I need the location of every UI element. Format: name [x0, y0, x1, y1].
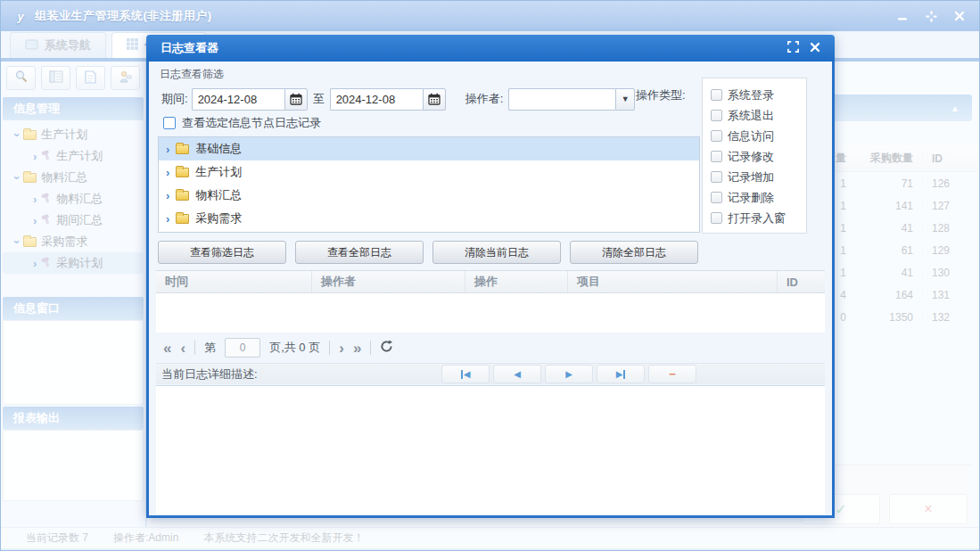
dialog-title: 日志查看器	[161, 40, 218, 56]
page-number-input[interactable]	[225, 338, 260, 358]
action-button-row: 查看筛选日志 查看全部日志 清除当前日志 清除全部日志	[158, 241, 825, 264]
app-title: 组装业生产管理系统(非注册用户)	[35, 8, 212, 24]
optype-option[interactable]: 打开录入窗	[711, 208, 806, 228]
dropdown-arrow-icon[interactable]: ▼	[615, 88, 635, 111]
operator-label: 操作者:	[465, 91, 504, 107]
column-header-operation[interactable]: 操作	[465, 271, 568, 292]
divider	[329, 341, 330, 355]
view-all-logs-button[interactable]: 查看全部日志	[295, 241, 424, 264]
clear-all-logs-button[interactable]: 清除全部日志	[570, 241, 698, 264]
delete-record-button[interactable]: −	[648, 365, 696, 383]
detail-label: 当前日志详细描述:	[161, 366, 258, 382]
chevron-right-icon: ›	[166, 167, 169, 178]
checkbox-icon[interactable]	[711, 192, 722, 203]
first-page-icon[interactable]: «	[163, 341, 171, 356]
page-total-label: 页,共 0 页	[269, 340, 320, 356]
checkbox-icon[interactable]	[711, 110, 722, 121]
optype-option[interactable]: 信息访问	[711, 126, 806, 146]
optype-option-label: 记录修改	[728, 149, 774, 165]
refresh-icon[interactable]	[380, 340, 393, 356]
optype-option-label: 信息访问	[728, 128, 774, 144]
window-controls	[895, 9, 967, 23]
optype-label: 操作类型:	[636, 87, 686, 103]
column-header-time[interactable]: 时间	[156, 271, 312, 292]
checkbox-icon[interactable]	[711, 171, 722, 183]
app-window: y 组装业生产管理系统(非注册用户) 系统导航 信息管理 信息管理	[0, 0, 980, 551]
period-label: 期间:	[161, 91, 188, 107]
column-header-operator[interactable]: 操作者	[312, 271, 465, 292]
operator-input[interactable]	[508, 88, 615, 111]
log-table: 时间 操作者 操作 项目 ID	[156, 270, 825, 333]
dialog-tree-item[interactable]: ›物料汇总	[159, 184, 699, 207]
page-prefix-label: 第	[204, 340, 216, 356]
first-record-button[interactable]: ◀	[441, 365, 490, 383]
optype-option-label: 记录删除	[728, 190, 774, 206]
folder-icon	[176, 214, 189, 224]
to-label: 至	[313, 91, 325, 107]
dialog-tree: ›基础信息 ›生产计划 ›物料汇总 ›采购需求	[158, 136, 700, 233]
close-icon[interactable]	[952, 9, 967, 23]
node-filter-checkbox[interactable]	[163, 117, 176, 129]
checkbox-icon[interactable]	[711, 212, 722, 224]
operator-combo: ▼	[508, 88, 635, 111]
tree-label: 物料汇总	[195, 187, 242, 203]
next-page-icon[interactable]: ›	[339, 341, 344, 356]
log-viewer-dialog: 日志查看器 日志查看筛选 期间: 至 操作者:	[146, 35, 835, 518]
last-page-icon[interactable]: »	[353, 341, 361, 356]
dialog-close-icon[interactable]	[810, 42, 820, 55]
optype-panel: 系统登录 系统退出 信息访问 记录修改 记录增加 记录删除 打开录入窗	[702, 78, 807, 234]
folder-icon	[176, 144, 189, 154]
folder-icon	[176, 168, 189, 177]
dialog-tree-item-selected[interactable]: ›基础信息	[159, 137, 699, 160]
optype-option[interactable]: 系统退出	[711, 105, 806, 126]
optype-option[interactable]: 记录修改	[711, 146, 806, 167]
minimize-icon[interactable]	[895, 9, 910, 23]
first-record-icon	[461, 370, 463, 379]
chevron-right-icon: ›	[166, 213, 169, 225]
optype-option[interactable]: 系统登录	[711, 85, 806, 105]
last-record-icon	[623, 370, 625, 379]
divider	[194, 341, 195, 355]
optype-option[interactable]: 记录删除	[711, 187, 806, 208]
log-table-header: 时间 操作者 操作 项目 ID	[156, 270, 825, 293]
optype-option-label: 系统登录	[728, 87, 774, 103]
dialog-body: 日志查看筛选 期间: 至 操作者: ▼	[146, 62, 835, 518]
dialog-titlebar[interactable]: 日志查看器	[146, 35, 835, 62]
dialog-tree-item[interactable]: ›生产计划	[159, 160, 699, 184]
tree-label: 采购需求	[195, 210, 242, 226]
last-record-button[interactable]: ▶	[597, 365, 645, 383]
detail-bar: 当前日志详细描述: ◀ ◀ ▶ ▶ −	[156, 363, 825, 384]
prev-record-button[interactable]: ◀	[493, 365, 541, 383]
titlebar: y 组装业生产管理系统(非注册用户)	[1, 1, 979, 31]
log-table-body	[156, 293, 825, 333]
prev-page-icon[interactable]: ‹	[180, 341, 185, 356]
node-filter-label: 查看选定信息节点日志记录	[182, 115, 321, 131]
next-record-button[interactable]: ▶	[545, 365, 593, 383]
checkbox-icon[interactable]	[711, 151, 722, 162]
checkbox-icon[interactable]	[711, 130, 722, 142]
clear-current-logs-button[interactable]: 清除当前日志	[432, 241, 561, 264]
tree-label: 生产计划	[195, 164, 242, 180]
dialog-tree-item[interactable]: ›采购需求	[159, 207, 699, 230]
column-header-item[interactable]: 项目	[568, 271, 778, 292]
date-from-input[interactable]	[192, 88, 284, 111]
calendar-icon[interactable]	[284, 88, 308, 111]
chevron-right-icon: ›	[166, 190, 169, 201]
checkbox-icon[interactable]	[711, 89, 722, 101]
optype-option-label: 系统退出	[728, 108, 774, 124]
date-to-input[interactable]	[330, 88, 423, 111]
tree-label: 基础信息	[195, 141, 242, 157]
calendar-icon[interactable]	[423, 88, 446, 111]
column-header-id[interactable]: ID	[778, 271, 825, 292]
maximize-icon[interactable]	[787, 41, 799, 55]
restore-icon[interactable]	[924, 9, 938, 23]
record-nav: ◀ ◀ ▶ ▶ −	[441, 365, 696, 383]
optype-option[interactable]: 记录增加	[711, 167, 806, 187]
chevron-right-icon: ›	[166, 144, 169, 155]
view-filtered-logs-button[interactable]: 查看筛选日志	[158, 241, 286, 264]
optype-option-label: 记录增加	[728, 169, 774, 185]
log-description-area[interactable]	[156, 385, 825, 518]
optype-option-label: 打开录入窗	[728, 210, 786, 226]
date-from-field	[192, 88, 308, 111]
folder-icon	[176, 191, 189, 201]
